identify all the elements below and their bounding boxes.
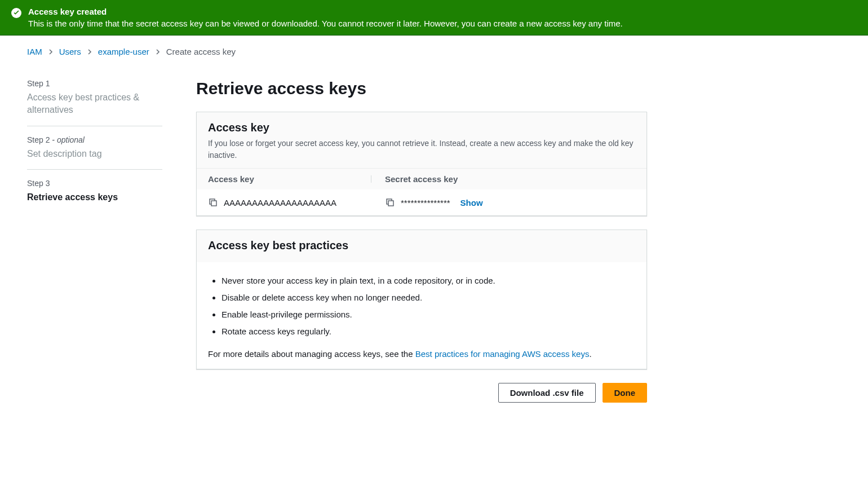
action-buttons: Download .csv file Done (196, 383, 647, 403)
success-banner: Access key created This is the only time… (0, 0, 868, 36)
banner-message: This is the only time that the secret ac… (28, 19, 857, 28)
breadcrumb-users[interactable]: Users (59, 47, 81, 56)
step-title-active: Retrieve access keys (27, 191, 162, 204)
secret-key-masked: *************** (401, 198, 450, 208)
divider (27, 126, 162, 126)
step-label: Step 1 (27, 79, 162, 88)
copy-icon[interactable] (385, 197, 395, 208)
list-item: Rotate access keys regularly. (222, 323, 635, 340)
page-title: Retrieve access keys (196, 79, 647, 98)
chevron-right-icon (87, 47, 92, 56)
best-practices-panel: Access key best practices Never store yo… (196, 230, 647, 369)
wizard-step-1: Step 1 Access key best practices & alter… (27, 79, 162, 126)
copy-icon[interactable] (208, 197, 218, 208)
best-practices-list: Never store your access key in plain tex… (208, 272, 635, 340)
breadcrumb-iam[interactable]: IAM (27, 47, 42, 56)
breadcrumb-example-user[interactable]: example-user (98, 47, 149, 56)
panel-title: Access key (208, 121, 635, 134)
step-title: Access key best practices & alternatives (27, 91, 162, 117)
chevron-right-icon (155, 47, 161, 56)
show-secret-button[interactable]: Show (460, 198, 483, 208)
svg-rect-4 (388, 201, 393, 206)
step-label: Step 2 - optional (27, 135, 162, 144)
best-practices-link[interactable]: Best practices for managing AWS access k… (415, 349, 590, 359)
access-key-value: AAAAAAAAAAAAAAAAAAAA (224, 198, 336, 208)
step-title: Set description tag (27, 148, 162, 160)
wizard-step-2: Step 2 - optional Set description tag (27, 135, 162, 169)
divider (371, 175, 371, 183)
access-key-panel: Access key If you lose or forget your se… (196, 112, 647, 216)
banner-title: Access key created (28, 7, 857, 16)
chevron-right-icon (48, 47, 54, 56)
main-content: Retrieve access keys Access key If you l… (196, 79, 647, 403)
done-button[interactable]: Done (603, 383, 648, 403)
svg-rect-2 (211, 201, 216, 206)
divider (27, 169, 162, 170)
list-item: Disable or delete access key when no lon… (222, 289, 635, 306)
step-label: Step 3 (27, 179, 162, 188)
panel-title: Access key best practices (208, 239, 635, 252)
check-circle-icon (11, 8, 21, 18)
breadcrumb: IAM Users example-user Create access key (27, 47, 841, 56)
list-item: Enable least-privilege permissions. (222, 306, 635, 323)
wizard-steps: Step 1 Access key best practices & alter… (27, 79, 162, 403)
column-header-secret-key: Secret access key (385, 174, 635, 184)
more-info-text: For more details about managing access k… (208, 349, 635, 359)
wizard-step-3: Step 3 Retrieve access keys (27, 179, 162, 213)
list-item: Never store your access key in plain tex… (222, 272, 635, 289)
download-csv-button[interactable]: Download .csv file (498, 383, 596, 403)
panel-description: If you lose or forget your secret access… (208, 138, 635, 161)
breadcrumb-current: Create access key (166, 47, 236, 56)
column-header-access-key: Access key (208, 174, 371, 184)
